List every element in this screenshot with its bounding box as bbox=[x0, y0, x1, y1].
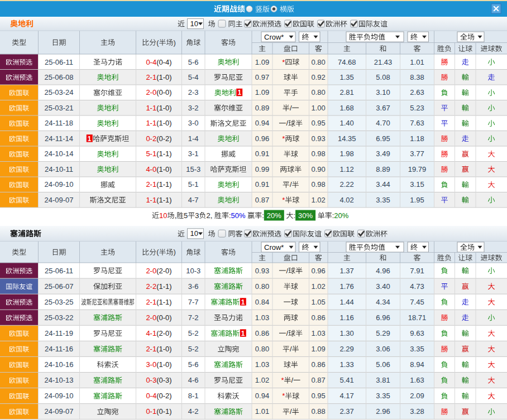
svg-text:3-2: 3-2 bbox=[188, 104, 199, 112]
svg-text:3.77: 3.77 bbox=[410, 149, 424, 158]
svg-text:7-7: 7-7 bbox=[188, 298, 199, 306]
svg-text:/: / bbox=[286, 267, 288, 275]
svg-text:0-2: 0-2 bbox=[146, 134, 156, 143]
svg-text:1.30: 1.30 bbox=[340, 329, 354, 337]
svg-text:5-4: 5-4 bbox=[188, 73, 199, 81]
svg-text:0.89: 0.89 bbox=[255, 104, 269, 112]
svg-text:4.02: 4.02 bbox=[340, 196, 354, 204]
svg-text:7.45: 7.45 bbox=[410, 298, 424, 306]
svg-text:2.37: 2.37 bbox=[340, 407, 354, 416]
svg-text:,: , bbox=[175, 211, 177, 220]
svg-text:1.09: 1.09 bbox=[312, 345, 326, 353]
svg-text:3-0: 3-0 bbox=[146, 360, 156, 369]
svg-text:1.12: 1.12 bbox=[340, 165, 354, 173]
svg-text:3.81: 3.81 bbox=[376, 376, 390, 384]
svg-text:24-11-19: 24-11-19 bbox=[45, 329, 73, 337]
svg-text:3: 3 bbox=[195, 211, 199, 220]
svg-text:2-0: 2-0 bbox=[146, 267, 156, 275]
svg-text:2.81: 2.81 bbox=[340, 88, 354, 96]
svg-text:24-10-16: 24-10-16 bbox=[44, 360, 73, 369]
svg-text:0.87: 0.87 bbox=[255, 196, 269, 204]
svg-text:2.09: 2.09 bbox=[410, 392, 424, 400]
svg-text:0.93: 0.93 bbox=[312, 134, 326, 143]
svg-text:5-1: 5-1 bbox=[188, 180, 199, 189]
svg-text:0.96: 0.96 bbox=[255, 134, 269, 143]
svg-text:(1-0): (1-0) bbox=[156, 119, 171, 127]
svg-text:1.09: 1.09 bbox=[255, 88, 269, 96]
svg-text:0.87: 0.87 bbox=[312, 376, 326, 384]
svg-text:25-03-25: 25-03-25 bbox=[44, 298, 73, 306]
svg-text:2: 2 bbox=[207, 211, 211, 220]
svg-text:(1-1): (1-1) bbox=[156, 196, 171, 204]
svg-text:5.41: 5.41 bbox=[340, 376, 354, 384]
svg-text:10: 10 bbox=[159, 211, 167, 220]
svg-text:21.43: 21.43 bbox=[374, 58, 393, 66]
svg-text:(0-1): (0-1) bbox=[156, 407, 171, 416]
svg-text:1.03: 1.03 bbox=[255, 313, 269, 322]
svg-text:*: * bbox=[282, 134, 285, 143]
svg-text:/: / bbox=[290, 345, 292, 353]
svg-text:0.93: 0.93 bbox=[255, 267, 269, 275]
svg-text:24-10-14: 24-10-14 bbox=[44, 149, 73, 158]
svg-text:0.80: 0.80 bbox=[255, 345, 269, 353]
svg-text:0.92: 0.92 bbox=[312, 73, 326, 81]
svg-text:2-1: 2-1 bbox=[146, 298, 156, 306]
svg-text:10: 10 bbox=[190, 229, 198, 238]
svg-text:14.35: 14.35 bbox=[338, 134, 356, 143]
svg-text:*: * bbox=[282, 58, 285, 66]
svg-text:25-06-11: 25-06-11 bbox=[45, 267, 73, 275]
svg-text:3.28: 3.28 bbox=[410, 407, 424, 416]
svg-text:24-11-14: 24-11-14 bbox=[45, 134, 73, 143]
svg-text:0.84: 0.84 bbox=[255, 298, 269, 306]
svg-text:1.40: 1.40 bbox=[340, 119, 354, 127]
svg-text:(0-2): (0-2) bbox=[156, 134, 171, 143]
svg-text:3.10: 3.10 bbox=[376, 88, 390, 96]
svg-text:0.90: 0.90 bbox=[312, 165, 326, 173]
svg-text:2.22: 2.22 bbox=[340, 180, 354, 189]
svg-text:10: 10 bbox=[190, 20, 198, 28]
svg-text:0.88: 0.88 bbox=[312, 407, 326, 416]
svg-text:5-1: 5-1 bbox=[146, 149, 156, 158]
svg-text:1.33: 1.33 bbox=[340, 360, 354, 369]
svg-text:1.16: 1.16 bbox=[340, 313, 354, 322]
svg-text:1-1: 1-1 bbox=[146, 104, 156, 112]
svg-text:/: / bbox=[286, 119, 288, 127]
svg-text:25-03-21: 25-03-21 bbox=[44, 104, 73, 112]
svg-text:0.91: 0.91 bbox=[255, 149, 269, 158]
svg-text:5-6: 5-6 bbox=[188, 58, 199, 66]
svg-text:5.23: 5.23 bbox=[410, 104, 424, 112]
svg-text:,: , bbox=[211, 211, 213, 220]
svg-text:24-11-18: 24-11-18 bbox=[45, 119, 73, 127]
svg-text:5.29: 5.29 bbox=[376, 329, 390, 337]
svg-text:4-6: 4-6 bbox=[188, 376, 199, 384]
svg-text:0-4: 0-4 bbox=[146, 392, 156, 400]
svg-text:10-3: 10-3 bbox=[186, 267, 200, 275]
svg-text:8-1: 8-1 bbox=[188, 392, 199, 400]
svg-text:(1-0): (1-0) bbox=[156, 73, 171, 81]
svg-text:0.98: 0.98 bbox=[312, 149, 326, 158]
svg-text:2.29: 2.29 bbox=[340, 345, 354, 353]
svg-text:0.94: 0.94 bbox=[255, 392, 269, 400]
svg-text:1: 1 bbox=[88, 135, 92, 143]
svg-text:5-6: 5-6 bbox=[188, 360, 199, 369]
svg-text:4.17: 4.17 bbox=[340, 392, 354, 400]
svg-text:3.06: 3.06 bbox=[376, 345, 390, 353]
svg-text:1.02: 1.02 bbox=[312, 282, 326, 291]
svg-text:0.80: 0.80 bbox=[255, 282, 269, 291]
svg-text:9.63: 9.63 bbox=[410, 329, 424, 337]
svg-text:0-1: 0-1 bbox=[146, 407, 156, 416]
svg-text:1.18: 1.18 bbox=[410, 134, 424, 143]
svg-text:1-1: 1-1 bbox=[146, 119, 156, 127]
svg-text:1-4: 1-4 bbox=[188, 134, 199, 143]
svg-text:1.63: 1.63 bbox=[410, 376, 424, 384]
svg-text:4-7: 4-7 bbox=[188, 196, 199, 204]
svg-text:1.01: 1.01 bbox=[410, 58, 424, 66]
svg-text:24-09-07: 24-09-07 bbox=[44, 196, 73, 204]
svg-text:3.15: 3.15 bbox=[410, 180, 424, 189]
svg-text:5.08: 5.08 bbox=[376, 73, 390, 81]
svg-text:30%: 30% bbox=[298, 211, 313, 220]
svg-text:1: 1 bbox=[241, 330, 245, 337]
svg-text:50%: 50% bbox=[231, 211, 246, 220]
svg-text:0.97: 0.97 bbox=[255, 73, 269, 81]
svg-text:0.98: 0.98 bbox=[312, 180, 326, 189]
